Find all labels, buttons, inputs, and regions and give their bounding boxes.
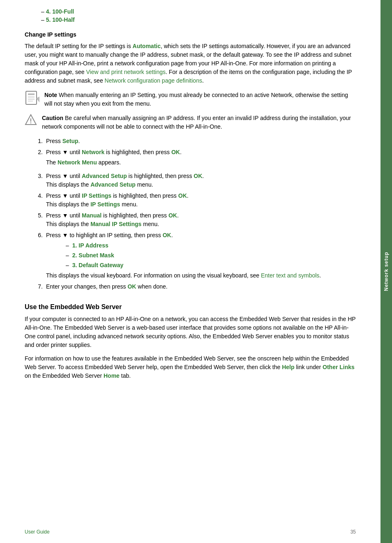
note-icon [25,91,39,106]
para1-period: . [202,77,204,84]
step-4-ip: IP Settings [82,192,111,199]
step-4-content: Press ▼ until IP Settings is highlighted… [46,192,189,209]
step-5-manual: Manual [82,212,101,219]
step-3-continuation: This displays the Advanced Setup menu. [46,180,204,189]
caution-icon [25,114,37,126]
step-2: 2. Press ▼ until Network is highlighted,… [33,148,356,169]
step-7-content: Enter your changes, then press OK when d… [46,282,168,291]
ews-para2: For information on how to use the featur… [25,354,356,380]
step-6-ok: OK [163,232,171,238]
enter-text-link[interactable]: Enter text and symbols [261,272,319,279]
ews-help-link: Help [282,364,294,370]
step-5-continuation: This displays the Manual IP Settings men… [46,220,179,229]
para1-automatic: Automatic [133,43,161,49]
advanced-setup-menu: Advanced Setup [90,181,136,188]
steps-list: 1. Press Setup. 2. Press ▼ until Network… [33,137,356,291]
bullet-item-1: 4. 100-Full [46,8,74,15]
network-menu: Network Menu [58,159,97,166]
step-2-num: 2. [33,148,43,169]
change-ip-heading: Change IP settings [25,31,356,38]
step-6: 6. Press ▼ to highlight an IP setting, t… [33,231,356,280]
view-print-link[interactable]: View and print network settings [86,69,166,75]
ews-home-tab: Home [104,372,120,379]
step-5: 5. Press ▼ until Manual is highlighted, … [33,211,356,229]
page-number: 35 [350,529,356,535]
step-1-setup: Setup [62,138,78,144]
step-7-num: 7. [33,282,43,291]
step-2-content: Press ▼ until Network is highlighted, th… [46,148,182,169]
step-2-continuation: The Network Menu appears. [46,158,182,167]
step-5-num: 5. [33,211,43,229]
subnet-mask-item: 2. Subnet Mask [72,251,114,260]
step-3-content: Press ▼ until Advanced Setup is highligh… [46,172,204,189]
step-3-advanced: Advanced Setup [82,173,127,179]
change-ip-para1: The default IP setting for the IP settin… [25,42,356,85]
note-box: Note When manually entering an IP Settin… [25,91,356,108]
sub-item-1: 1. IP Address [66,241,321,250]
note-text: When manually entering an IP Setting, yo… [44,92,348,107]
step-7-ok: OK [127,283,136,290]
list-item: 5. 100-Half [41,16,356,23]
ip-address-item: 1. IP Address [72,241,108,250]
step-3-num: 3. [33,172,43,189]
step-7: 7. Enter your changes, then press OK whe… [33,282,356,291]
step-5-content: Press ▼ until Manual is highlighted, the… [46,211,179,229]
step-4-num: 4. [33,192,43,209]
svg-point-9 [30,122,31,123]
note-label: Note [44,92,57,98]
para1-start: The default IP setting for the IP settin… [25,43,133,49]
note-content: Note When manually entering an IP Settin… [44,91,356,108]
main-content: 4. 100-Full 5. 100-Half Change IP settin… [0,0,380,543]
caution-label: Caution [42,115,63,121]
ews-other-links: Other Links [323,364,355,370]
step-6-content: Press ▼ to highlight an IP setting, then… [46,231,321,280]
sub-item-2: 2. Subnet Mask [66,251,321,260]
ews-para2-end: tab. [120,372,131,379]
step-1: 1. Press Setup. [33,137,356,146]
manual-ip-menu: Manual IP Settings [90,221,141,227]
top-bullet-list: 4. 100-Full 5. 100-Half [41,8,356,23]
sub-item-3: 3. Default Gateway [66,261,321,270]
ews-para1: If your computer is connected to an HP A… [25,315,356,349]
caution-text: Be careful when manually assigning an IP… [42,115,351,130]
step-2-network: Network [82,149,104,155]
step-5-ok: OK [168,212,177,219]
step-1-num: 1. [33,137,43,146]
footer-user-guide: User Guide [25,529,50,535]
step-3-ok: OK [194,173,202,179]
step-6-sub-list: 1. IP Address 2. Subnet Mask 3. Default … [66,241,321,270]
step-1-content: Press Setup. [46,137,80,146]
step-2-ok: OK [171,149,180,155]
step-4: 4. Press ▼ until IP Settings is highligh… [33,192,356,209]
step-6-continuation: This displays the visual keyboard. For i… [46,271,321,280]
list-item: 4. 100-Full [41,8,356,15]
ews-para2-mid2: on the Embedded Web Server [25,372,104,379]
network-setup-tab: Network setup [380,0,392,543]
ews-para2-mid: link under [295,364,323,370]
ip-settings-menu: IP Settings [90,201,120,208]
step-4-ok: OK [178,192,187,199]
caution-box: Caution Be careful when manually assigni… [25,114,356,131]
default-gateway-item: 3. Default Gateway [72,261,124,270]
step-3: 3. Press ▼ until Advanced Setup is highl… [33,172,356,189]
network-config-link[interactable]: Network configuration page definitions [105,77,202,84]
page-footer: User Guide 35 [25,529,356,535]
bullet-item-2: 5. 100-Half [46,16,75,23]
step-6-num: 6. [33,231,43,280]
caution-content: Caution Be careful when manually assigni… [42,114,356,131]
ews-heading: Use the Embedded Web Server [25,303,356,311]
step-4-continuation: This displays the IP Settings menu. [46,200,189,209]
